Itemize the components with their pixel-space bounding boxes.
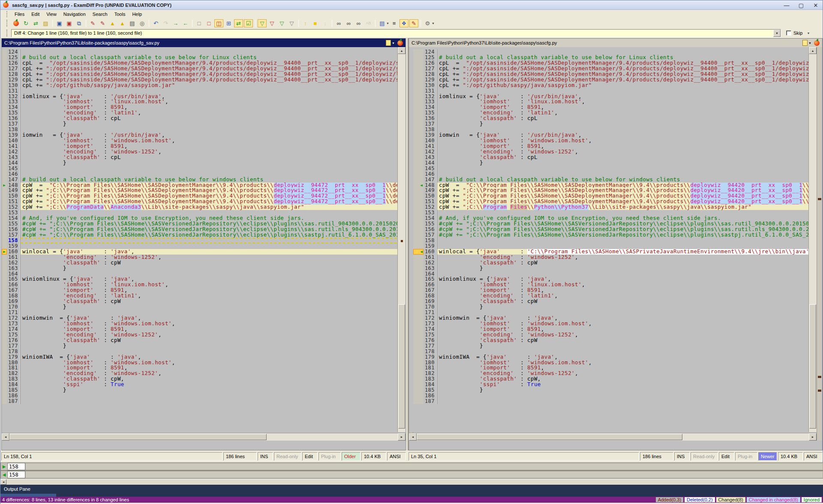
code-line-text[interactable]: cpL += ":/opt/sasinside/SASHome/SASDeplo… bbox=[437, 66, 822, 72]
undo-icon[interactable]: ↶ bbox=[151, 19, 160, 27]
code-line-text[interactable]: cpL += ":/opt/sasinside/SASHome/SASDeplo… bbox=[21, 66, 405, 72]
code-line-text[interactable]: 'iomport' : 8591, bbox=[21, 144, 405, 149]
line-details-icon[interactable]: ≡ bbox=[390, 19, 399, 27]
menu-help[interactable]: Help bbox=[129, 11, 145, 18]
code-line-text[interactable] bbox=[437, 166, 822, 171]
open-files-icon[interactable]: ▨ bbox=[41, 19, 50, 27]
code-line-text[interactable]: 'classpath' : cpW bbox=[21, 299, 405, 304]
code-line-text[interactable]: #cpW += ";C:\\Program Files\\SASHome\\SA… bbox=[437, 221, 822, 227]
code-line-text[interactable] bbox=[437, 271, 822, 277]
find-icon[interactable]: ∞ bbox=[334, 19, 343, 27]
left-scroll-right-icon[interactable]: ► bbox=[398, 433, 405, 441]
code-line-text[interactable]: 'classpath' : cpL bbox=[437, 116, 822, 121]
badge-added[interactable]: Added(0,3) bbox=[656, 497, 683, 502]
code-line-text[interactable]: cpW += ";C:\\Program Files\\SASHome\\SAS… bbox=[21, 199, 405, 204]
left-vscroll-thumb[interactable] bbox=[398, 304, 405, 429]
code-line-text[interactable] bbox=[21, 171, 405, 177]
show-identical-icon[interactable]: □ bbox=[195, 19, 204, 27]
save-all-icon[interactable]: ⧉ bbox=[75, 19, 84, 27]
menu-tools[interactable]: Tools bbox=[111, 11, 129, 18]
filter-custom-icon[interactable]: ▽ bbox=[287, 19, 296, 27]
left-file-dropdown-icon[interactable]: ▼ bbox=[392, 42, 395, 45]
find-prev-icon[interactable]: ∞ bbox=[354, 19, 363, 27]
menu-grip[interactable] bbox=[6, 11, 9, 17]
left-vertical-scrollbar[interactable]: ▲ bbox=[397, 47, 405, 432]
print-preview-icon[interactable]: ◎ bbox=[138, 19, 147, 27]
code-line-text[interactable] bbox=[437, 238, 822, 243]
diff-marker-icon[interactable]: ◀ bbox=[413, 183, 424, 188]
right-file-menu-icon[interactable] bbox=[802, 40, 808, 46]
code-line-text[interactable]: #cpW += ";C:\\Program Files\\SASHome\\SA… bbox=[21, 221, 405, 227]
find-next-icon[interactable]: ∞ bbox=[344, 19, 353, 27]
code-line-text[interactable] bbox=[21, 349, 405, 354]
code-line-text[interactable]: iomlinux = {'java' : '/usr/bin/java', bbox=[437, 94, 822, 99]
code-line-text[interactable]: # And, if you've configured IOM to use E… bbox=[437, 216, 822, 221]
inspector-scrollbar[interactable]: ◄ bbox=[0, 479, 823, 485]
code-line-text[interactable] bbox=[21, 166, 405, 171]
left-horizontal-scrollbar[interactable]: ◄ ► bbox=[2, 433, 405, 441]
code-line-text[interactable]: winiomlinux = {'java' : 'java', bbox=[21, 276, 405, 282]
code-line-text[interactable]: iomlinux = {'java' : '/usr/bin/java', bbox=[21, 94, 405, 99]
code-line-text[interactable]: 'encoding' : 'windows-1252', bbox=[437, 332, 822, 338]
code-line-text[interactable]: 'iomport' : 8591, bbox=[437, 327, 822, 332]
left-scroll-up-icon[interactable]: ▲ bbox=[398, 47, 405, 54]
code-line-text[interactable] bbox=[437, 171, 822, 177]
code-line-text[interactable]: 'iomhost' : 'linux.iom.host', bbox=[21, 99, 405, 105]
diff-marker-icon[interactable]: ▶ bbox=[2, 183, 7, 188]
diffbar-overflow-icon[interactable]: ▼ bbox=[807, 32, 810, 35]
browse-second-icon[interactable]: ▲ bbox=[118, 19, 127, 27]
go-back-icon[interactable]: ← bbox=[181, 19, 190, 27]
code-line-text[interactable]: cpW += ";C:\\Program Files\\Python\\Pyth… bbox=[437, 204, 822, 210]
code-line-text[interactable]: iomwin = {'java' : '/usr/bin/java', bbox=[437, 132, 822, 138]
code-line-text[interactable]: } bbox=[437, 121, 822, 127]
code-line-text[interactable] bbox=[21, 88, 405, 94]
right-scroll-up-icon[interactable]: ▲ bbox=[809, 47, 817, 54]
badge-deleted[interactable]: Deleted(0,2) bbox=[685, 497, 715, 502]
code-line-text[interactable]: 'iomport' : 8591, bbox=[437, 288, 822, 293]
code-line-text[interactable] bbox=[21, 243, 405, 249]
code-line-text[interactable]: 'sspi' : True bbox=[21, 382, 405, 387]
code-line-text[interactable]: 'iomport' : 8591, bbox=[21, 288, 405, 293]
code-line-text[interactable]: 'iomhost' : 'linux.iom.host', bbox=[21, 282, 405, 288]
current-diff-marker-icon[interactable]: ▶ bbox=[2, 249, 7, 255]
code-line-text[interactable]: } bbox=[437, 304, 822, 310]
code-line-text[interactable]: 'encoding' : 'windows-1252', bbox=[21, 149, 405, 155]
right-file-dropdown-icon[interactable]: ▼ bbox=[808, 42, 811, 45]
menu-view[interactable]: View bbox=[43, 11, 60, 18]
save-second-icon[interactable]: ▣ bbox=[65, 19, 74, 27]
code-line-text[interactable]: 'encoding' : 'windows-1252', bbox=[437, 255, 822, 260]
toolbar-grip[interactable] bbox=[6, 20, 9, 26]
code-line-text[interactable] bbox=[437, 49, 822, 55]
code-line-text[interactable]: 'encoding' : 'latin1', bbox=[437, 110, 822, 116]
code-line-text[interactable]: 'classpath' : cpW bbox=[21, 338, 405, 343]
code-line-text[interactable]: 'iomport' : 8591, bbox=[21, 105, 405, 110]
code-line-text[interactable]: cpL += ":/opt/github/saspy/java/saspyiom… bbox=[21, 83, 405, 88]
code-line-text[interactable]: 'classpath' : cpW, bbox=[437, 376, 822, 382]
code-line-text[interactable]: 'encoding' : 'windows-1252', bbox=[437, 149, 822, 155]
code-line-text[interactable]: 'encoding' : 'windows-1252', bbox=[21, 255, 405, 260]
code-line-text[interactable]: } bbox=[437, 266, 822, 271]
code-line-text[interactable]: 'iomhost' : 'linux.iom.host', bbox=[437, 99, 822, 105]
code-line-text[interactable] bbox=[437, 310, 822, 315]
code-line-text[interactable] bbox=[437, 349, 822, 354]
right-file-header[interactable]: C:\Program Files\Python\Python37\Lib\sit… bbox=[409, 39, 822, 47]
code-line-text[interactable] bbox=[21, 127, 405, 132]
code-line-text[interactable]: # build out a local classpath variable t… bbox=[437, 177, 822, 183]
code-line-text[interactable]: } bbox=[21, 304, 405, 310]
code-line-text[interactable]: #cpW += ";C:\\Program Files\\SASHome\\SA… bbox=[437, 227, 822, 232]
code-line-text[interactable]: 'iomhost' : 'windows.iom.host', bbox=[437, 321, 822, 327]
go-forward-icon[interactable]: → bbox=[171, 19, 180, 27]
code-line-text[interactable]: cpL += ":/opt/sasinside/SASHome/SASDeplo… bbox=[437, 77, 822, 83]
code-line-text[interactable]: cpL = "/opt/sasinside/SASHome/SASDeploym… bbox=[437, 60, 822, 66]
code-line-text[interactable]: 'classpath' : cpW bbox=[437, 299, 822, 304]
code-line-text[interactable]: #cpW += ";C:\\Program Files\\SASHome\\SA… bbox=[437, 232, 822, 238]
code-line-text[interactable] bbox=[437, 393, 822, 399]
code-line-text[interactable]: 'classpath' : cpW bbox=[437, 260, 822, 266]
compare-icon[interactable] bbox=[12, 19, 21, 27]
code-line-text[interactable]: } bbox=[437, 387, 822, 393]
code-line-text[interactable]: 'encoding' : 'windows-1252', bbox=[437, 371, 822, 376]
code-line-text[interactable]: cpL += ":/opt/sasinside/SASHome/SASDeplo… bbox=[437, 72, 822, 77]
code-line-text[interactable] bbox=[21, 49, 405, 55]
badge-chinch[interactable]: Changed in changed(8) bbox=[747, 497, 800, 502]
code-line-text[interactable]: } bbox=[21, 121, 405, 127]
